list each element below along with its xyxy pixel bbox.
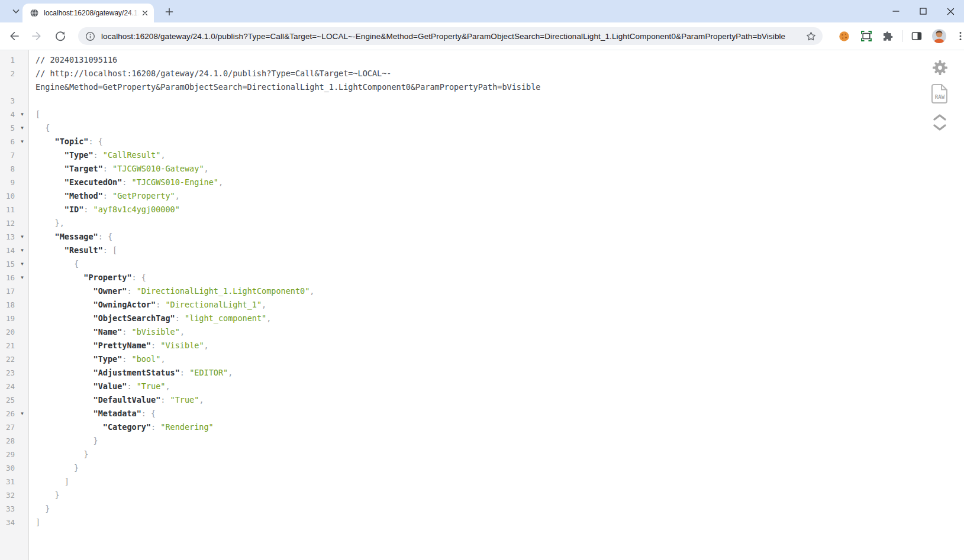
info-icon[interactable] [85,31,95,41]
new-tab-button[interactable] [161,5,178,19]
code-text: } [30,434,964,448]
caret-spacer [15,67,30,94]
code-line: 3 [0,94,964,108]
code-text: "Value": "True", [30,380,964,393]
screenshot-extension-button[interactable] [858,28,875,44]
chevron-down-icon [933,124,947,132]
back-button[interactable] [5,27,24,46]
code-text: "Topic": { [30,135,964,148]
tab-close-button[interactable] [140,8,150,18]
line-number: 29 [0,448,15,461]
collapse-caret-icon[interactable]: ▾ [15,108,30,121]
line-number: 5 [0,121,15,135]
code-text: { [30,257,964,271]
maximize-button[interactable] [910,0,937,22]
minimize-button[interactable] [882,0,910,22]
code-text: } [30,461,964,475]
code-text: "Category": "Rendering" [30,420,964,434]
code-line: 28 } [0,434,964,448]
code-line: 25 "DefaultValue": "True", [0,393,964,407]
caret-spacer [15,298,30,312]
plus-icon [165,7,174,17]
gear-icon [932,60,948,76]
code-line: 2// http://localhost:16208/gateway/24.1.… [0,67,964,94]
code-line: 7 "Type": "CallResult", [0,148,964,162]
globe-favicon-icon [30,8,39,18]
avatar-photo [931,28,947,44]
collapse-caret-icon[interactable]: ▾ [15,244,30,257]
browser-menu-button[interactable] [952,28,964,44]
caret-spacer [15,461,30,475]
line-number: 31 [0,475,15,488]
caret-spacer [15,516,30,529]
caret-spacer [15,284,30,298]
reload-button[interactable] [51,27,70,46]
caret-spacer [15,448,30,461]
omnibox[interactable]: localhost:16208/gateway/24.1.0/publish?T… [78,27,823,45]
collapse-caret-icon[interactable]: ▾ [15,135,30,148]
close-window-button[interactable] [937,0,964,22]
scroll-down-button[interactable] [933,124,947,132]
line-number: 11 [0,203,15,216]
code-line: 34] [0,516,964,529]
code-line: 27 "Category": "Rendering" [0,420,964,434]
code-text: { [30,121,964,135]
line-number: 2 [0,67,15,94]
browser-tab[interactable]: localhost:16208/gateway/24.1.0 [22,4,154,22]
side-panel-button[interactable] [908,28,925,44]
scroll-up-button[interactable] [933,113,947,121]
collapse-caret-icon[interactable]: ▾ [15,121,30,135]
line-number: 27 [0,420,15,434]
extensions-puzzle-icon [882,30,894,42]
code-text: "DefaultValue": "True", [30,393,964,407]
minimize-icon [892,7,900,15]
code-text: [ [30,108,964,121]
code-text: "Result": [ [30,244,964,257]
forward-button[interactable] [27,27,46,46]
code-text: } [30,502,964,516]
collapse-caret-icon[interactable]: ▾ [15,407,30,420]
raw-view-button[interactable]: RAW [931,83,948,103]
code-text: "Name": "bVisible", [30,325,964,339]
collapse-caret-icon[interactable]: ▾ [15,257,30,271]
line-number: 6 [0,135,15,148]
line-number: 7 [0,148,15,162]
code-line: 22 "Type": "bool", [0,352,964,366]
chevron-down-icon [11,7,21,16]
code-text: "ObjectSearchTag": "light_component", [30,312,964,325]
settings-gear-button[interactable] [932,60,948,76]
kebab-menu-icon [955,31,964,41]
window-controls [882,0,964,22]
caret-spacer [15,189,30,203]
code-line: 29 } [0,448,964,461]
code-line: 21 "PrettyName": "Visible", [0,339,964,352]
caret-spacer [15,393,30,407]
code-line: 15▾ { [0,257,964,271]
collapse-caret-icon[interactable]: ▾ [15,230,30,244]
collapse-caret-icon[interactable]: ▾ [15,271,30,284]
line-number: 12 [0,216,15,230]
code-line: 31 ] [0,475,964,488]
extensions-button[interactable] [879,28,896,44]
code-text: "Property": { [30,271,964,284]
cookie-extension-button[interactable] [836,28,852,44]
caret-spacer [15,203,30,216]
json-viewer: 1// 202401310951162// http://localhost:1… [0,50,964,560]
close-icon [946,7,955,16]
bookmark-star-button[interactable] [805,31,817,42]
screenshot-frame-icon [860,30,872,42]
code-line: 6▾ "Topic": { [0,135,964,148]
code-text: } [30,488,964,502]
caret-spacer [15,339,30,352]
url-text[interactable]: localhost:16208/gateway/24.1.0/publish?T… [101,32,805,41]
profile-avatar[interactable] [931,28,947,44]
viewer-toolbar: RAW [930,60,950,132]
code-text: // 20240131095116 [30,53,964,67]
caret-spacer [15,94,30,108]
maximize-icon [919,7,927,15]
code-text: "AdjustmentStatus": "EDITOR", [30,366,964,380]
back-icon [8,30,20,42]
code-line: 20 "Name": "bVisible", [0,325,964,339]
line-number: 4 [0,108,15,121]
code-text: "Metadata": { [30,407,964,420]
